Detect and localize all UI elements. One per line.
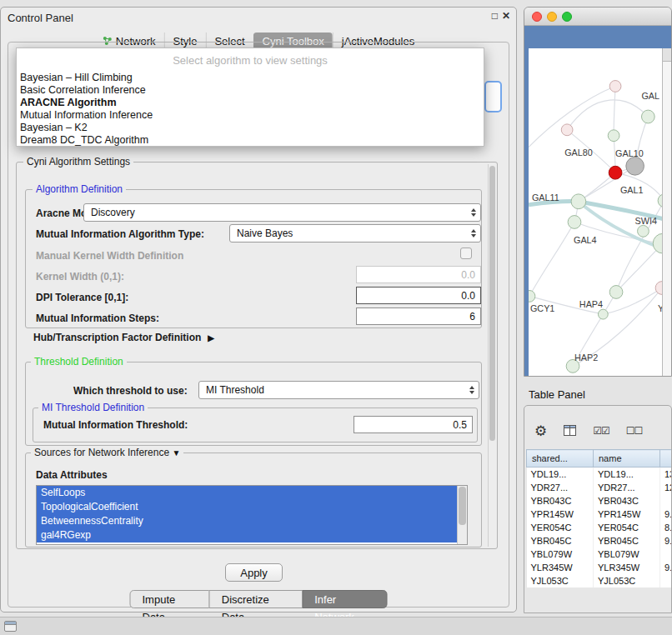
control-panel-titlebar[interactable]: Control Panel □ ✕ (1, 8, 516, 28)
tab-impute-data[interactable]: Impute Data (130, 590, 210, 608)
list-item-selfloops[interactable]: SelfLoops (37, 486, 457, 500)
which-threshold-select[interactable]: MI Threshold (198, 381, 479, 399)
table-cell[interactable]: YBR043C (594, 494, 660, 508)
show-columns-icon[interactable] (564, 424, 576, 438)
table-cell[interactable]: 12 (660, 481, 672, 494)
table-cell[interactable] (660, 574, 672, 588)
column-header-shared[interactable]: shared... (527, 450, 594, 468)
collapse-arrow-icon[interactable]: ▼ (172, 448, 180, 458)
network-node[interactable] (641, 110, 654, 123)
table-cell[interactable]: YLR345W (527, 561, 594, 574)
algorithm-combobox-fragment[interactable] (484, 81, 502, 112)
hub-definition-section[interactable]: Hub/Transcription Factor Definition ▶ (33, 332, 214, 343)
dpi-tolerance-input[interactable]: 0.0 (356, 287, 481, 304)
network-node[interactable] (561, 124, 573, 136)
table-cell[interactable]: YJL053C (527, 574, 594, 588)
network-canvas[interactable]: GALGAL80GAL10GAL1GAL11SWI4GAL4GCY1HAP4HA… (529, 48, 663, 377)
table-cell[interactable]: YBR045C (594, 534, 660, 548)
close-window-icon[interactable]: ✕ (502, 10, 510, 22)
sources-title-row[interactable]: Sources for Network Inference ▼ (31, 447, 183, 458)
scrollbar-thumb[interactable] (459, 487, 466, 525)
table-cell[interactable]: YDL19... (594, 468, 660, 481)
table-cell[interactable] (660, 548, 672, 561)
data-attributes-list[interactable]: SelfLoopsTopologicalCoefficientBetweenne… (36, 485, 468, 545)
float-window-icon[interactable]: □ (492, 10, 498, 22)
table-cell[interactable]: 9. (660, 508, 672, 521)
algorithm-option-bayesian-hill-climbing[interactable]: Bayesian – Hill Climbing (17, 72, 484, 84)
tab-infer-network[interactable]: Infer Network (302, 590, 387, 608)
network-node[interactable] (609, 286, 623, 299)
table-row[interactable]: YPR145WYPR145W9. (527, 508, 672, 521)
network-node-swi4[interactable] (638, 225, 649, 237)
network-node-gcy1[interactable] (529, 290, 535, 302)
table-row[interactable]: YBR045CYBR045C9. (527, 534, 672, 548)
table-cell[interactable]: YBL079W (594, 548, 660, 561)
network-node-hap4[interactable] (598, 309, 608, 319)
expand-arrow-icon[interactable]: ▶ (208, 333, 214, 342)
list-item-betweennesscentrality[interactable]: BetweennessCentrality (37, 514, 457, 528)
table-row[interactable]: YDL19...YDL19...13 (527, 468, 672, 481)
algorithm-option-mutual-information-inference[interactable]: Mutual Information Inference (17, 109, 484, 122)
algorithm-option-bayesian-k2[interactable]: Bayesian – K2 (17, 122, 484, 134)
tab-discretize-data[interactable]: Discretize Data (209, 590, 303, 608)
settings-gear-icon[interactable]: ⚙ (534, 424, 547, 438)
close-button[interactable] (532, 12, 542, 22)
table-row[interactable]: YBL079WYBL079W (527, 548, 672, 561)
network-node-gal11[interactable] (571, 194, 586, 209)
manual-kernel-checkbox[interactable] (460, 248, 472, 259)
table-cell[interactable]: 8. (660, 521, 672, 534)
table-cell[interactable]: YDL19... (527, 468, 594, 481)
mi-type-select[interactable]: Naive Bayes (229, 224, 481, 242)
table-cell[interactable]: YPR145W (594, 508, 660, 521)
list-scrollbar[interactable] (457, 486, 467, 544)
minimize-button[interactable] (547, 12, 557, 22)
network-node-gal4[interactable] (568, 216, 581, 229)
column-header-name[interactable]: name (594, 450, 660, 468)
algorithm-option-aracne-algorithm[interactable]: ARACNE Algorithm (17, 97, 484, 109)
apply-button[interactable]: Apply (225, 563, 283, 582)
table-row[interactable]: YER054CYER054C8. (527, 521, 672, 534)
network-edge[interactable] (579, 166, 635, 201)
table-cell[interactable]: YBL079W (527, 548, 594, 561)
table-cell[interactable]: YBR045C (527, 534, 594, 548)
network-node[interactable] (609, 81, 621, 92)
column-header-cut[interactable] (660, 450, 672, 468)
table-cell[interactable]: 9. (660, 534, 672, 548)
network-edge[interactable] (529, 86, 615, 147)
list-item-gal4rgexp[interactable]: gal4RGexp (37, 528, 457, 542)
table-row[interactable]: YBR043CYBR043C (527, 494, 672, 508)
kernel-width-input[interactable]: 0.0 (356, 266, 481, 283)
table-cell[interactable]: 9. (660, 561, 672, 574)
aracne-mode-select[interactable]: Discovery (83, 203, 481, 222)
network-scrollbar[interactable] (662, 48, 671, 376)
scrollbar-arrow[interactable] (663, 48, 671, 62)
table-cell[interactable]: YLR345W (594, 561, 660, 574)
table-cell[interactable]: YBR043C (527, 494, 594, 508)
algorithm-option-basic-correlation-inference[interactable]: Basic Correlation Inference (17, 84, 484, 97)
table-cell[interactable]: YDR27... (594, 481, 660, 494)
zoom-button[interactable] (562, 12, 572, 22)
table-cell[interactable]: YDR27... (527, 481, 594, 494)
table-cell[interactable]: YER054C (527, 521, 594, 534)
table-row[interactable]: YDR27...YDR27...12 (527, 481, 672, 494)
table-cell[interactable]: YJL053C (594, 574, 660, 588)
settings-scrollbar[interactable] (488, 164, 496, 547)
table-cell[interactable] (660, 494, 672, 508)
mi-threshold-input[interactable]: 0.5 (354, 416, 473, 433)
network-node[interactable] (608, 130, 619, 142)
list-item-topologicalcoefficient[interactable]: TopologicalCoefficient (37, 500, 457, 514)
network-edge[interactable] (567, 100, 648, 130)
table-row[interactable]: YJL053CYJL053C (527, 574, 672, 588)
table-row[interactable]: YLR345WYLR345W9. (527, 561, 672, 574)
network-window-titlebar[interactable] (524, 8, 671, 26)
panel-toggle-icon[interactable] (4, 621, 17, 632)
mi-steps-input[interactable]: 6 (356, 308, 481, 325)
table-cell[interactable]: YPR145W (527, 508, 594, 521)
algorithm-option-dream8-dc-tdc-algorithm[interactable]: Dream8 DC_TDC Algorithm (17, 134, 484, 147)
network-node-gal10[interactable] (626, 157, 644, 175)
deselect-all-icon[interactable]: ☐☐ (626, 426, 643, 436)
network-edge[interactable] (614, 86, 615, 135)
network-edge[interactable] (529, 222, 574, 296)
table-cell[interactable]: 13 (660, 468, 672, 481)
table-cell[interactable]: YER054C (594, 521, 660, 534)
